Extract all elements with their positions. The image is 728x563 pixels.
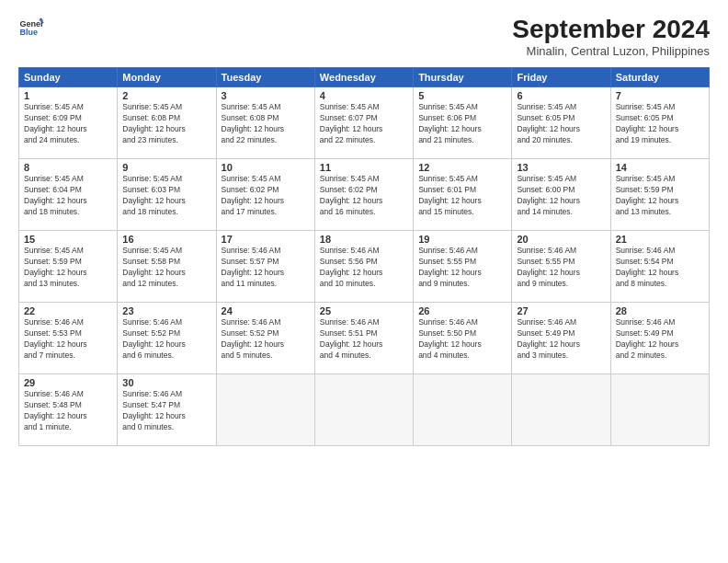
table-row: 7Sunrise: 5:45 AM Sunset: 6:05 PM Daylig… — [610, 87, 709, 159]
day-number: 9 — [122, 162, 210, 173]
day-info: Sunrise: 5:45 AM Sunset: 6:02 PM Dayligh… — [320, 174, 408, 218]
day-number: 18 — [320, 234, 408, 245]
table-row: 16Sunrise: 5:45 AM Sunset: 5:58 PM Dayli… — [118, 231, 216, 303]
week-row: 22Sunrise: 5:46 AM Sunset: 5:53 PM Dayli… — [19, 303, 710, 374]
table-row: 6Sunrise: 5:45 AM Sunset: 6:05 PM Daylig… — [512, 87, 610, 159]
day-info: Sunrise: 5:46 AM Sunset: 5:51 PM Dayligh… — [320, 317, 408, 362]
day-info: Sunrise: 5:45 AM Sunset: 6:00 PM Dayligh… — [517, 174, 605, 218]
day-info: Sunrise: 5:45 AM Sunset: 6:06 PM Dayligh… — [418, 102, 506, 146]
day-number: 17 — [222, 234, 310, 245]
table-row: 29Sunrise: 5:46 AM Sunset: 5:48 PM Dayli… — [19, 374, 118, 446]
day-info: Sunrise: 5:46 AM Sunset: 5:55 PM Dayligh… — [517, 246, 605, 290]
day-number: 3 — [222, 90, 310, 101]
table-row: 5Sunrise: 5:45 AM Sunset: 6:06 PM Daylig… — [414, 87, 512, 159]
day-number: 15 — [24, 234, 112, 245]
table-row: 28Sunrise: 5:46 AM Sunset: 5:49 PM Dayli… — [610, 303, 709, 374]
table-row: 3Sunrise: 5:45 AM Sunset: 6:08 PM Daylig… — [216, 87, 314, 159]
table-row: 1Sunrise: 5:45 AM Sunset: 6:09 PM Daylig… — [19, 87, 118, 159]
day-info: Sunrise: 5:46 AM Sunset: 5:53 PM Dayligh… — [24, 317, 112, 362]
day-info: Sunrise: 5:46 AM Sunset: 5:48 PM Dayligh… — [24, 389, 112, 433]
table-row: 26Sunrise: 5:46 AM Sunset: 5:50 PM Dayli… — [414, 303, 512, 374]
table-row: 27Sunrise: 5:46 AM Sunset: 5:49 PM Dayli… — [512, 303, 610, 374]
table-row: 23Sunrise: 5:46 AM Sunset: 5:52 PM Dayli… — [118, 303, 216, 374]
table-row: 9Sunrise: 5:45 AM Sunset: 6:03 PM Daylig… — [118, 159, 216, 231]
day-number: 2 — [122, 90, 210, 101]
day-info: Sunrise: 5:45 AM Sunset: 5:59 PM Dayligh… — [616, 174, 704, 218]
day-number: 14 — [616, 162, 704, 173]
col-sunday: Sunday — [19, 68, 118, 87]
week-row: 15Sunrise: 5:45 AM Sunset: 5:59 PM Dayli… — [19, 231, 710, 303]
table-row: 4Sunrise: 5:45 AM Sunset: 6:07 PM Daylig… — [314, 87, 413, 159]
table-row — [610, 374, 709, 446]
day-info: Sunrise: 5:45 AM Sunset: 6:07 PM Dayligh… — [320, 102, 408, 146]
day-info: Sunrise: 5:45 AM Sunset: 6:01 PM Dayligh… — [418, 174, 506, 218]
day-number: 4 — [320, 90, 408, 101]
table-row: 20Sunrise: 5:46 AM Sunset: 5:55 PM Dayli… — [512, 231, 610, 303]
day-info: Sunrise: 5:45 AM Sunset: 6:02 PM Dayligh… — [222, 174, 310, 218]
calendar-table: Sunday Monday Tuesday Wednesday Thursday… — [18, 67, 710, 446]
table-row — [314, 374, 413, 446]
col-monday: Monday — [118, 68, 216, 87]
title-block: September 2024 Minalin, Central Luzon, P… — [512, 15, 710, 58]
day-number: 7 — [616, 90, 704, 101]
col-thursday: Thursday — [414, 68, 512, 87]
col-tuesday: Tuesday — [216, 68, 314, 87]
day-info: Sunrise: 5:45 AM Sunset: 5:59 PM Dayligh… — [24, 246, 112, 290]
table-row: 21Sunrise: 5:46 AM Sunset: 5:54 PM Dayli… — [610, 231, 709, 303]
day-info: Sunrise: 5:45 AM Sunset: 5:58 PM Dayligh… — [122, 246, 210, 290]
table-row — [216, 374, 314, 446]
table-row — [512, 374, 610, 446]
table-row: 17Sunrise: 5:46 AM Sunset: 5:57 PM Dayli… — [216, 231, 314, 303]
col-saturday: Saturday — [610, 68, 709, 87]
day-number: 25 — [320, 305, 408, 316]
day-number: 24 — [222, 305, 310, 316]
day-number: 16 — [122, 234, 210, 245]
week-row: 29Sunrise: 5:46 AM Sunset: 5:48 PM Dayli… — [19, 374, 710, 446]
day-info: Sunrise: 5:45 AM Sunset: 6:08 PM Dayligh… — [222, 102, 310, 146]
day-info: Sunrise: 5:45 AM Sunset: 6:08 PM Dayligh… — [122, 102, 210, 146]
day-number: 12 — [418, 162, 506, 173]
day-number: 5 — [418, 90, 506, 101]
svg-text:Blue: Blue — [19, 28, 38, 37]
week-row: 1Sunrise: 5:45 AM Sunset: 6:09 PM Daylig… — [19, 87, 710, 159]
table-row: 13Sunrise: 5:45 AM Sunset: 6:00 PM Dayli… — [512, 159, 610, 231]
day-number: 1 — [24, 90, 112, 101]
subtitle: Minalin, Central Luzon, Philippines — [512, 44, 710, 58]
col-wednesday: Wednesday — [314, 68, 413, 87]
table-row: 11Sunrise: 5:45 AM Sunset: 6:02 PM Dayli… — [314, 159, 413, 231]
day-number: 28 — [616, 305, 704, 316]
day-info: Sunrise: 5:46 AM Sunset: 5:57 PM Dayligh… — [222, 246, 310, 290]
day-info: Sunrise: 5:45 AM Sunset: 6:03 PM Dayligh… — [122, 174, 210, 218]
day-info: Sunrise: 5:46 AM Sunset: 5:52 PM Dayligh… — [222, 317, 310, 362]
day-info: Sunrise: 5:46 AM Sunset: 5:55 PM Dayligh… — [418, 246, 506, 290]
day-number: 26 — [418, 305, 506, 316]
general-blue-logo-icon: General Blue — [18, 15, 44, 40]
table-row: 14Sunrise: 5:45 AM Sunset: 5:59 PM Dayli… — [610, 159, 709, 231]
table-row: 24Sunrise: 5:46 AM Sunset: 5:52 PM Dayli… — [216, 303, 314, 374]
month-title: September 2024 — [512, 15, 710, 44]
day-info: Sunrise: 5:46 AM Sunset: 5:49 PM Dayligh… — [517, 317, 605, 362]
day-info: Sunrise: 5:46 AM Sunset: 5:49 PM Dayligh… — [616, 317, 704, 362]
header: General Blue September 2024 Minalin, Cen… — [18, 15, 710, 58]
table-row: 15Sunrise: 5:45 AM Sunset: 5:59 PM Dayli… — [19, 231, 118, 303]
table-row: 10Sunrise: 5:45 AM Sunset: 6:02 PM Dayli… — [216, 159, 314, 231]
day-number: 6 — [517, 90, 605, 101]
day-number: 13 — [517, 162, 605, 173]
day-info: Sunrise: 5:45 AM Sunset: 6:05 PM Dayligh… — [616, 102, 704, 146]
day-number: 10 — [222, 162, 310, 173]
day-number: 27 — [517, 305, 605, 316]
table-row: 25Sunrise: 5:46 AM Sunset: 5:51 PM Dayli… — [314, 303, 413, 374]
day-number: 20 — [517, 234, 605, 245]
day-number: 19 — [418, 234, 506, 245]
table-row: 2Sunrise: 5:45 AM Sunset: 6:08 PM Daylig… — [118, 87, 216, 159]
day-number: 29 — [24, 377, 112, 388]
page: General Blue September 2024 Minalin, Cen… — [0, 0, 728, 563]
day-info: Sunrise: 5:46 AM Sunset: 5:50 PM Dayligh… — [418, 317, 506, 362]
day-number: 22 — [24, 305, 112, 316]
day-info: Sunrise: 5:46 AM Sunset: 5:54 PM Dayligh… — [616, 246, 704, 290]
day-info: Sunrise: 5:45 AM Sunset: 6:05 PM Dayligh… — [517, 102, 605, 146]
day-info: Sunrise: 5:46 AM Sunset: 5:47 PM Dayligh… — [122, 389, 210, 433]
day-number: 21 — [616, 234, 704, 245]
logo: General Blue — [18, 15, 44, 40]
table-row: 8Sunrise: 5:45 AM Sunset: 6:04 PM Daylig… — [19, 159, 118, 231]
